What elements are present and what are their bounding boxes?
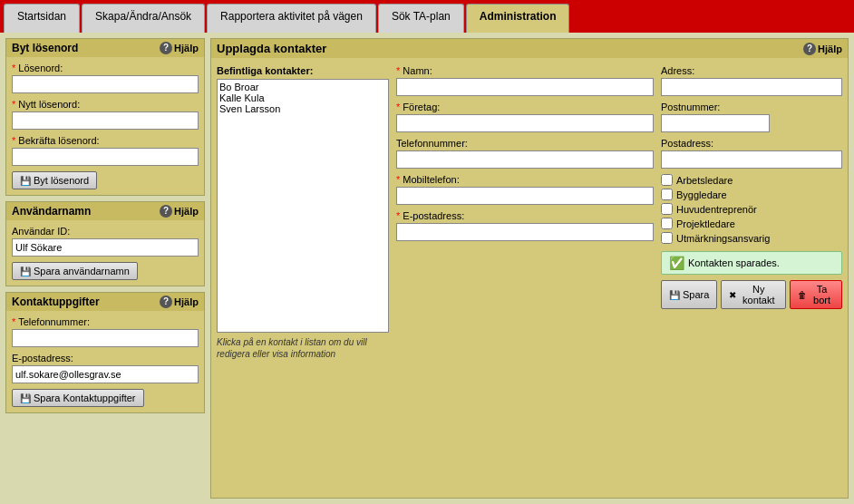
right-help-icon: ? xyxy=(803,43,816,55)
change-password-label: Byt lösenord xyxy=(34,175,89,186)
confirm-password-label: Bekräfta lösenord: xyxy=(12,135,199,146)
contact-company-group: Företag: xyxy=(396,102,654,132)
delete-contact-button[interactable]: 🗑 Ta bort xyxy=(790,280,842,309)
list-item[interactable]: Kalle Kula xyxy=(219,92,386,103)
password-section: Byt lösenord ? Hjälp Lösenord: Nytt löse… xyxy=(5,38,205,196)
tab-administration[interactable]: Administration xyxy=(466,4,570,33)
addr-group: Adress: xyxy=(661,65,842,96)
contact-company-input[interactable] xyxy=(396,114,654,132)
contact-phone-label: Telefonnummer: xyxy=(12,316,199,327)
checkbox-huvudentreprenor-input[interactable] xyxy=(661,203,673,215)
success-message: ✅ Kontakten sparades. xyxy=(661,251,842,275)
contact-phone-input[interactable] xyxy=(12,329,199,347)
zip-input[interactable] xyxy=(661,114,770,132)
checkbox-group: Arbetsledare Byggledare Huvudentreprenör… xyxy=(661,174,842,244)
checkbox-byggledare-input[interactable] xyxy=(661,189,673,200)
checkbox-utmarkningsansvarig[interactable]: Utmärkningsansvarig xyxy=(661,232,842,244)
contact-mobile-input[interactable] xyxy=(396,187,654,205)
save-record-label: Spara xyxy=(683,289,709,300)
save-contact-record-button[interactable]: 💾 Spara xyxy=(661,280,717,309)
save-username-button[interactable]: 💾 Spara användarnamn xyxy=(12,262,138,280)
new-contact-button[interactable]: ✖ Ny kontakt xyxy=(721,280,786,309)
content-area: Byt lösenord ? Hjälp Lösenord: Nytt löse… xyxy=(0,33,854,504)
checkbox-utmarkningsansvarig-label: Utmärkningsansvarig xyxy=(676,233,770,244)
contact-mobile-group: Mobiltelefon: xyxy=(396,174,654,205)
username-help-link[interactable]: ? Hjälp xyxy=(160,205,199,218)
checkbox-projektledare-input[interactable] xyxy=(661,218,673,229)
password-section-title: Byt lösenord xyxy=(12,42,78,54)
userid-label: Användar ID: xyxy=(12,226,199,237)
contacts-form-col: Namn: Företag: Telefonnummer: Mobiltelef… xyxy=(396,65,654,360)
delete-label: Ta bort xyxy=(810,284,834,305)
checkbox-arbetsledare[interactable]: Arbetsledare xyxy=(661,174,842,186)
username-section: Användarnamn ? Hjälp Användar ID: 💾 Spar… xyxy=(5,201,205,286)
new-contact-label: Ny kontakt xyxy=(739,284,778,305)
save-contact-label: Spara Kontaktuppgifter xyxy=(34,393,136,403)
checkbox-huvudentreprenor-label: Huvudentreprenör xyxy=(676,204,757,215)
contacts-list-col: Befintliga kontakter: Bo Broar Kalle Kul… xyxy=(217,65,389,360)
change-password-button[interactable]: 💾 Byt lösenord xyxy=(12,171,97,189)
checkbox-byggledare[interactable]: Byggledare xyxy=(661,189,842,200)
tab-skapa[interactable]: Skapa/Ändra/Ansök xyxy=(82,4,205,33)
save-contact-button[interactable]: 💾 Spara Kontaktuppgifter xyxy=(12,389,144,407)
contact-help-icon: ? xyxy=(160,296,172,308)
confirm-password-group: Bekräfta lösenord: xyxy=(12,135,199,166)
contact-phone-group: Telefonnummer: xyxy=(12,316,199,347)
checkbox-arbetsledare-input[interactable] xyxy=(661,174,673,186)
new-password-input[interactable] xyxy=(12,111,199,130)
contact-email-label: E-postadress: xyxy=(12,353,199,363)
userid-group: Användar ID: xyxy=(12,226,199,257)
contact-email-field-input[interactable] xyxy=(396,223,654,241)
checkbox-projektledare[interactable]: Projektledare xyxy=(661,218,842,229)
checkbox-utmarkningsansvarig-input[interactable] xyxy=(661,232,673,244)
userid-input[interactable] xyxy=(12,238,199,257)
contact-email-field-label: E-postadress: xyxy=(396,210,654,221)
checkbox-huvudentreprenor[interactable]: Huvudentreprenör xyxy=(661,203,842,215)
addr-label: Adress: xyxy=(661,65,842,76)
zip-group: Postnummer: xyxy=(661,102,842,132)
password-help-label: Hjälp xyxy=(174,43,199,53)
contact-company-label: Företag: xyxy=(396,102,654,112)
contact-email-input[interactable] xyxy=(12,365,199,383)
contact-name-input[interactable] xyxy=(396,78,654,96)
contacts-listbox[interactable]: Bo Broar Kalle Kula Sven Larsson xyxy=(217,79,389,333)
contact-tel-group: Telefonnummer: xyxy=(396,138,654,169)
password-help-icon: ? xyxy=(160,42,172,54)
list-item[interactable]: Bo Broar xyxy=(219,82,386,92)
tab-sok[interactable]: Sök TA-plan xyxy=(378,4,464,33)
current-password-input[interactable] xyxy=(12,75,199,93)
password-section-header: Byt lösenord ? Hjälp xyxy=(6,39,204,57)
postal-input[interactable] xyxy=(661,150,842,169)
checkbox-byggledare-label: Byggledare xyxy=(676,189,727,200)
contact-help-link[interactable]: ? Hjälp xyxy=(160,296,199,308)
addr-input[interactable] xyxy=(661,78,842,96)
postal-group: Postadress: xyxy=(661,138,842,169)
right-panel-title: Upplagda kontakter xyxy=(217,42,326,55)
tab-rapportera[interactable]: Rapportera aktivitet på vägen xyxy=(207,4,376,33)
contact-section-title: Kontaktuppgifter xyxy=(12,296,100,308)
save-username-label: Spara användarnamn xyxy=(34,266,130,276)
current-password-label: Lösenord: xyxy=(12,63,199,73)
tab-startsidan[interactable]: Startsidan xyxy=(4,4,80,33)
password-help-link[interactable]: ? Hjälp xyxy=(160,42,199,54)
username-section-title: Användarnamn xyxy=(12,205,91,218)
right-help-link[interactable]: ? Hjälp xyxy=(803,43,842,55)
new-password-label: Nytt lösenord: xyxy=(12,99,199,110)
contact-tel-input[interactable] xyxy=(396,150,654,169)
contact-tel-label: Telefonnummer: xyxy=(396,138,654,149)
delete-icon: 🗑 xyxy=(798,290,807,300)
contact-name-group: Namn: xyxy=(396,65,654,96)
username-help-label: Hjälp xyxy=(174,206,199,217)
contact-emailfield-group: E-postadress: xyxy=(396,210,654,241)
save-record-icon: 💾 xyxy=(669,290,680,300)
contact-mobile-label: Mobiltelefon: xyxy=(396,174,654,185)
success-text: Kontakten sparades. xyxy=(688,257,780,268)
contact-section: Kontaktuppgifter ? Hjälp Telefonnummer: … xyxy=(5,292,205,413)
list-item[interactable]: Sven Larsson xyxy=(219,103,386,114)
current-password-group: Lösenord: xyxy=(12,63,199,93)
contacts-hint: Klicka på en kontakt i listan om du vill… xyxy=(217,336,389,360)
confirm-password-input[interactable] xyxy=(12,148,199,166)
contact-help-label: Hjälp xyxy=(174,296,199,307)
right-help-label: Hjälp xyxy=(818,44,842,54)
save-contact-icon: 💾 xyxy=(20,393,31,403)
